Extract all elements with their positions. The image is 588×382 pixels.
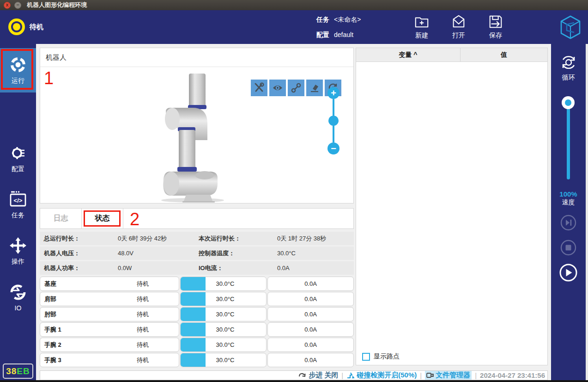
sidebar-item-label: 配置 [12, 165, 24, 173]
visibility-button[interactable] [269, 80, 286, 96]
zoom-out-button[interactable]: − [327, 142, 339, 154]
sidebar-item-config[interactable]: 配置 [0, 136, 36, 181]
code-window-icon: </> [9, 190, 27, 209]
loop-icon[interactable] [558, 52, 579, 73]
info-value: 0.0W [118, 265, 199, 271]
tools-button[interactable] [251, 80, 267, 96]
joint-row-elbow: 肘部待机 30.0°C 0.0A [40, 307, 354, 321]
file-manager-label: 文件管理器 [436, 371, 470, 380]
info-label: 本次运行时长： [199, 234, 277, 243]
joint-temp: 30.0°C [206, 296, 266, 302]
joint-current: 0.0A [304, 311, 317, 318]
log-status-tabs: 日志 状态 2 [40, 208, 354, 229]
path-nodes-icon [291, 82, 302, 93]
badge-part-yellow: 38 [6, 366, 17, 376]
window-close-button[interactable]: x [4, 2, 11, 9]
variables-header: 变量 ^ 值 [356, 48, 547, 62]
task-value: <未命名> [334, 16, 361, 23]
joint-state: 待机 [137, 341, 149, 349]
info-value: 30.0°C [277, 250, 354, 257]
annotation-number-2: 2 [130, 209, 139, 228]
open-file-icon [451, 14, 467, 30]
window-bottom-edge [0, 380, 588, 382]
svg-text:</>: </> [14, 197, 23, 204]
info-value: 0天 1时 27分 38秒 [277, 234, 354, 243]
titlebar: x – 机器人图形化编程环境 [0, 0, 588, 10]
speed-slider-knob[interactable] [562, 96, 575, 109]
sidebar-item-label: 操作 [12, 258, 24, 266]
file-manager-button[interactable]: 文件管理器 [425, 371, 472, 380]
new-folder-icon [414, 14, 430, 30]
joint-temp-bar [181, 323, 206, 336]
collision-icon [346, 372, 355, 379]
show-waypoints-checkbox[interactable] [362, 353, 370, 361]
info-label: 控制器温度： [199, 249, 277, 258]
speed-slider-track[interactable] [567, 103, 570, 179]
zoom-slider-knob[interactable] [328, 116, 339, 126]
tab-log[interactable]: 日志 [40, 209, 82, 228]
path-button[interactable] [288, 80, 304, 96]
joint-state: 待机 [137, 326, 149, 334]
sidebar-item-label: 任务 [12, 211, 24, 220]
sidebar-item-run[interactable]: 运行 [0, 48, 36, 92]
joint-state: 待机 [137, 280, 149, 288]
joint-name: 手腕 1 [44, 326, 61, 334]
status-code-badge: 38EB [3, 364, 33, 379]
joint-name: 肘部 [44, 310, 56, 319]
step-forward-button[interactable] [560, 214, 577, 231]
variables-panel: 变量 ^ 值 显示路点 [356, 48, 548, 365]
joint-temp: 30.0°C [206, 326, 266, 333]
save-button[interactable]: 保存 [480, 13, 511, 42]
save-icon [488, 14, 503, 30]
info-label: 机器人电压： [44, 249, 118, 258]
variables-column-header[interactable]: 变量 ^ [356, 48, 461, 62]
value-column-header[interactable]: 值 [461, 48, 547, 62]
robot-panel: 机器人 1 [40, 48, 354, 203]
sidebar-item-task[interactable]: </> 任务 [0, 183, 36, 227]
joint-temp: 30.0°C [206, 341, 266, 348]
window-minimize-button[interactable]: – [14, 2, 21, 9]
eye-icon [272, 82, 283, 93]
tools-icon [254, 82, 265, 93]
joint-temp: 30.0°C [206, 280, 266, 287]
loop-label: 循环 [551, 74, 586, 82]
joint-current: 0.0A [304, 357, 317, 364]
stop-button[interactable] [560, 239, 577, 256]
erase-button[interactable] [306, 80, 323, 96]
info-value: 0天 6时 39分 42秒 [118, 234, 199, 243]
joint-current: 0.0A [304, 296, 317, 302]
zoom-in-button[interactable]: + [327, 87, 339, 99]
save-button-label: 保存 [489, 31, 502, 40]
config-value: default [334, 31, 353, 38]
joint-current: 0.0A [304, 280, 317, 287]
joint-name: 肩部 [44, 295, 56, 303]
play-button[interactable] [559, 263, 578, 282]
joint-name: 基座 [44, 280, 56, 288]
robot-panel-title: 机器人 [46, 53, 67, 62]
tab-status[interactable]: 状态 [82, 209, 123, 228]
badge-part-green: EB [17, 366, 30, 376]
app-header: 待机 任务<未命名> 配置default 新建 打开 [0, 10, 588, 44]
joint-row-wrist2: 手腕 2待机 30.0°C 0.0A [40, 338, 354, 352]
usb-drive-icon [426, 372, 434, 379]
sidebar-item-label: IO [15, 304, 22, 312]
open-button[interactable]: 打开 [443, 13, 474, 42]
separator: | [341, 371, 343, 379]
sidebar-item-operate[interactable]: 操作 [0, 229, 36, 273]
collision-detection-status[interactable]: 碰撞检测开启(50%) [346, 371, 417, 380]
io-arrows-icon [9, 283, 27, 302]
new-button[interactable]: 新建 [406, 13, 437, 42]
step-mode-status[interactable]: 步进 关闭 [298, 371, 338, 380]
run-icon [9, 55, 27, 74]
info-value: 48.0V [118, 250, 199, 257]
show-waypoints-row: 显示路点 [362, 352, 400, 361]
sidebar-item-label: 运行 [12, 77, 24, 85]
joint-temp: 30.0°C [206, 311, 266, 318]
info-row-voltage: 机器人电压： 48.0V 控制器温度： 30.0°C [40, 246, 354, 260]
separator: | [420, 371, 422, 379]
sidebar-item-io[interactable]: IO [0, 275, 36, 320]
joint-name: 手腕 2 [44, 341, 61, 349]
joint-current: 0.0A [304, 326, 317, 333]
eraser-icon [309, 82, 320, 93]
info-value: 0.0A [277, 265, 354, 271]
